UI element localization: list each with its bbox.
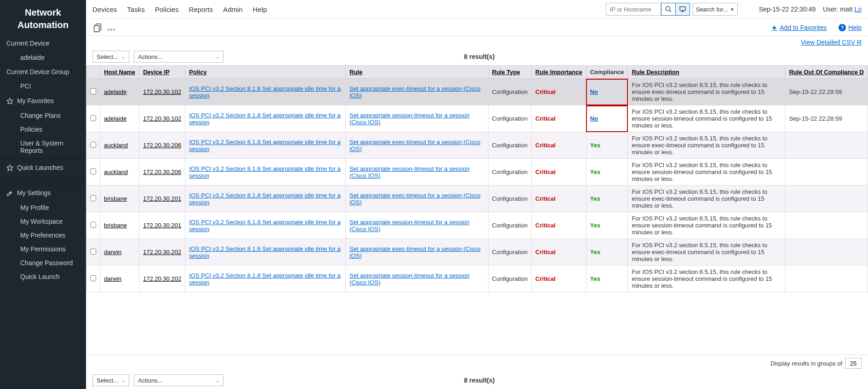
copy-icon[interactable] [92, 23, 103, 33]
row-checkbox[interactable] [90, 168, 96, 174]
sort-header[interactable]: Rule [350, 69, 362, 75]
nav-link-admin[interactable]: Admin [223, 6, 243, 13]
ip-link[interactable]: 172.20.30.206 [143, 142, 181, 149]
logout-link[interactable]: Lo [854, 6, 862, 13]
cell-rule: Set appropriate session-timeout for a se… [345, 266, 488, 292]
ip-link[interactable]: 172.20.30.102 [143, 88, 181, 95]
ip-link[interactable]: 172.20.30.201 [143, 195, 181, 202]
sidebar-favorite-item[interactable]: User & System Reports [0, 136, 86, 157]
nav-link-help[interactable]: Help [253, 6, 267, 13]
cell-policy: IOS PCI v3.2 Section 8.1.8 Set appropria… [185, 79, 346, 105]
rule-link[interactable]: Set appropriate session-timeout for a se… [350, 272, 470, 286]
col-header[interactable]: Device IP [139, 66, 185, 79]
nav-link-devices[interactable]: Devices [92, 6, 117, 13]
host-link[interactable]: auckland [104, 168, 128, 175]
search-button[interactable] [661, 3, 676, 16]
policy-link[interactable]: IOS PCI v3.2 Section 8.1.8 Set appropria… [189, 112, 341, 126]
cell-host: adelaide [100, 79, 139, 105]
col-header[interactable]: Rule Type [488, 66, 531, 79]
host-link[interactable]: darwin [104, 249, 121, 255]
pager: Display results in groups of [86, 354, 868, 372]
col-header[interactable]: Rule Description [628, 66, 785, 79]
ip-link[interactable]: 172.20.30.206 [143, 168, 181, 175]
ip-link[interactable]: 172.20.30.202 [143, 275, 181, 282]
policy-link[interactable]: IOS PCI v3.2 Section 8.1.8 Set appropria… [189, 139, 341, 152]
page-size-input[interactable] [845, 358, 862, 369]
csv-export-link[interactable]: View Detailed CSV R [801, 39, 862, 46]
sort-header[interactable]: Device IP [143, 69, 170, 75]
host-link[interactable]: brisbane [104, 195, 127, 202]
search-for-dropdown[interactable]: Search for... ▼ [693, 3, 738, 16]
current-device[interactable]: adelaide [0, 51, 86, 64]
row-checkbox[interactable] [90, 249, 96, 255]
current-group[interactable]: PCI [0, 79, 86, 93]
row-checkbox[interactable] [90, 142, 96, 148]
select-dropdown-bottom[interactable]: Select...⌄ [92, 374, 129, 386]
compliance-no-link[interactable]: No [590, 88, 598, 95]
sidebar-settings-item[interactable]: My Preferences [0, 228, 86, 242]
breadcrumb-more[interactable]: ... [107, 23, 115, 33]
ip-link[interactable]: 172.20.30.201 [143, 222, 181, 229]
nav-link-policies[interactable]: Policies [155, 6, 179, 13]
rule-link[interactable]: Set appropriate exec-timeout for a sessi… [350, 192, 481, 206]
quick-launches-header[interactable]: Quick Launches [0, 160, 86, 175]
policy-link[interactable]: IOS PCI v3.2 Section 8.1.8 Set appropria… [189, 245, 341, 259]
sort-header[interactable]: Rule Description [632, 69, 679, 75]
policy-link[interactable]: IOS PCI v3.2 Section 8.1.8 Set appropria… [189, 272, 341, 286]
rule-link[interactable]: Set appropriate exec-timeout for a sessi… [350, 139, 481, 152]
ip-link[interactable]: 172.20.30.102 [143, 115, 181, 122]
favorites-header[interactable]: My Favorites [0, 93, 86, 109]
table-row: adelaide172.20.30.102IOS PCI v3.2 Sectio… [86, 79, 868, 105]
cell-description: For IOS PCI v3.2 section 8.5.15, this ru… [628, 105, 785, 132]
help-link[interactable]: ? Help [839, 24, 862, 31]
sidebar-settings-item[interactable]: My Workspace [0, 215, 86, 228]
rule-link[interactable]: Set appropriate session-timeout for a se… [350, 165, 470, 179]
col-header[interactable]: Rule [345, 66, 488, 79]
actions-dropdown-bottom[interactable]: Actions...⌄ [134, 374, 224, 386]
sidebar-settings-item[interactable]: My Permissions [0, 242, 86, 256]
rule-link[interactable]: Set appropriate session-timeout for a se… [350, 112, 470, 126]
policy-link[interactable]: IOS PCI v3.2 Section 8.1.8 Set appropria… [189, 165, 341, 179]
sidebar-favorite-item[interactable]: Change Plans [0, 109, 86, 122]
col-header[interactable]: Rule Out Of Compliance D [785, 66, 868, 79]
sort-header[interactable]: Rule Importance [535, 69, 582, 75]
cell-type: Configuration [488, 266, 531, 292]
rule-link[interactable]: Set appropriate session-timeout for a se… [350, 219, 470, 232]
ip-link[interactable]: 172.20.30.202 [143, 249, 181, 255]
my-settings-header[interactable]: My Settings [0, 185, 86, 201]
rule-link[interactable]: Set appropriate exec-timeout for a sessi… [350, 85, 481, 99]
row-checkbox[interactable] [90, 115, 96, 121]
nav-link-reports[interactable]: Reports [189, 6, 213, 13]
sidebar-settings-item[interactable]: Change Password [0, 256, 86, 270]
host-link[interactable]: adelaide [104, 88, 126, 95]
host-link[interactable]: adelaide [104, 115, 126, 122]
compliance-no-link[interactable]: No [590, 115, 598, 122]
add-favorites-link[interactable]: ★ Add to Favorites [771, 24, 827, 31]
row-checkbox[interactable] [90, 275, 96, 281]
rule-link[interactable]: Set appropriate exec-timeout for a sessi… [350, 245, 481, 259]
sidebar-settings-item[interactable]: My Profile [0, 201, 86, 215]
sort-header[interactable]: Policy [189, 69, 207, 75]
sidebar-favorite-item[interactable]: Policies [0, 122, 86, 136]
col-header[interactable]: Rule Importance [531, 66, 586, 79]
host-link[interactable]: brisbane [104, 222, 127, 229]
sort-header[interactable]: Rule Out Of Compliance D [789, 69, 864, 75]
nav-link-tasks[interactable]: Tasks [127, 6, 144, 13]
policy-link[interactable]: IOS PCI v3.2 Section 8.1.8 Set appropria… [189, 85, 341, 99]
row-checkbox[interactable] [90, 195, 96, 201]
search-input[interactable] [606, 3, 661, 16]
actions-dropdown-top[interactable]: Actions...⌄ [134, 51, 224, 63]
row-checkbox[interactable] [90, 88, 96, 94]
host-link[interactable]: darwin [104, 275, 121, 282]
sort-header[interactable]: Host Name [104, 69, 135, 75]
select-dropdown-top[interactable]: Select...⌄ [92, 51, 129, 63]
sidebar-settings-item[interactable]: Quick Launch [0, 270, 86, 284]
policy-link[interactable]: IOS PCI v3.2 Section 8.1.8 Set appropria… [189, 192, 341, 206]
policy-link[interactable]: IOS PCI v3.2 Section 8.1.8 Set appropria… [189, 219, 341, 232]
host-link[interactable]: auckland [104, 142, 128, 149]
col-header[interactable]: Host Name [100, 66, 139, 79]
host-filter-button[interactable] [675, 3, 690, 16]
col-header[interactable]: Policy [185, 66, 346, 79]
sort-header[interactable]: Rule Type [492, 69, 520, 75]
row-checkbox[interactable] [90, 222, 96, 228]
